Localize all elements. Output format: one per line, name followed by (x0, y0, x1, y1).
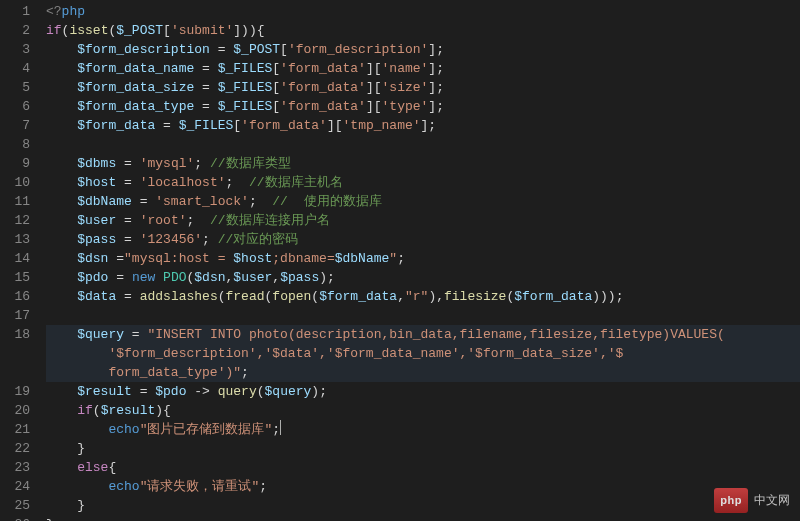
code-line: form_data_type')"; (46, 363, 800, 382)
line-number: 26 (8, 515, 30, 521)
code-line: } (46, 515, 800, 521)
line-number (8, 344, 30, 363)
line-number: 9 (8, 154, 30, 173)
line-number: 15 (8, 268, 30, 287)
line-number: 4 (8, 59, 30, 78)
code-line (46, 135, 800, 154)
code-line: $pdo = new PDO($dsn,$user,$pass); (46, 268, 800, 287)
line-number: 21 (8, 420, 30, 439)
code-line: if($result){ (46, 401, 800, 420)
line-number-gutter: 1234567891011121314151617181920212223242… (0, 0, 42, 521)
line-number: 20 (8, 401, 30, 420)
code-line: $data = addslashes(fread(fopen($form_dat… (46, 287, 800, 306)
code-line: $user = 'root'; //数据库连接用户名 (46, 211, 800, 230)
code-line: $form_data = $_FILES['form_data']['tmp_n… (46, 116, 800, 135)
code-line: '$form_description','$data','$form_data_… (46, 344, 800, 363)
code-line: } (46, 496, 800, 515)
code-line: if(isset($_POST['submit'])){ (46, 21, 800, 40)
code-line: echo"请求失败，请重试"; (46, 477, 800, 496)
code-line: $form_data_name = $_FILES['form_data']['… (46, 59, 800, 78)
line-number: 22 (8, 439, 30, 458)
code-line: $query = "INSERT INTO photo(description,… (46, 325, 800, 344)
code-line: $host = 'localhost'; //数据库主机名 (46, 173, 800, 192)
code-line: $form_data_size = $_FILES['form_data']['… (46, 78, 800, 97)
code-line (46, 306, 800, 325)
line-number: 1 (8, 2, 30, 21)
line-number: 16 (8, 287, 30, 306)
line-number: 25 (8, 496, 30, 515)
code-line: } (46, 439, 800, 458)
code-line: $form_data_type = $_FILES['form_data']['… (46, 97, 800, 116)
line-number: 17 (8, 306, 30, 325)
line-number: 11 (8, 192, 30, 211)
line-number: 24 (8, 477, 30, 496)
line-number: 7 (8, 116, 30, 135)
line-number: 10 (8, 173, 30, 192)
code-line: <?php (46, 2, 800, 21)
line-number: 8 (8, 135, 30, 154)
code-line: $dbName = 'smart_lock'; // 使用的数据库 (46, 192, 800, 211)
line-number: 12 (8, 211, 30, 230)
code-editor: 1234567891011121314151617181920212223242… (0, 0, 800, 521)
line-number: 19 (8, 382, 30, 401)
line-number: 13 (8, 230, 30, 249)
code-line: echo"图片已存储到数据库"; (46, 420, 800, 439)
code-line: $pass = '123456'; //对应的密码 (46, 230, 800, 249)
line-number: 2 (8, 21, 30, 40)
code-line: $dsn ="mysql:host = $host;dbname=$dbName… (46, 249, 800, 268)
line-number: 5 (8, 78, 30, 97)
line-number: 14 (8, 249, 30, 268)
line-number: 18 (8, 325, 30, 344)
line-number: 23 (8, 458, 30, 477)
line-number: 3 (8, 40, 30, 59)
code-area[interactable]: <?phpif(isset($_POST['submit'])){ $form_… (42, 0, 800, 521)
code-line: $form_description = $_POST['form_descrip… (46, 40, 800, 59)
code-line: else{ (46, 458, 800, 477)
line-number: 6 (8, 97, 30, 116)
code-line: $dbms = 'mysql'; //数据库类型 (46, 154, 800, 173)
line-number (8, 363, 30, 382)
code-line: $result = $pdo -> query($query); (46, 382, 800, 401)
